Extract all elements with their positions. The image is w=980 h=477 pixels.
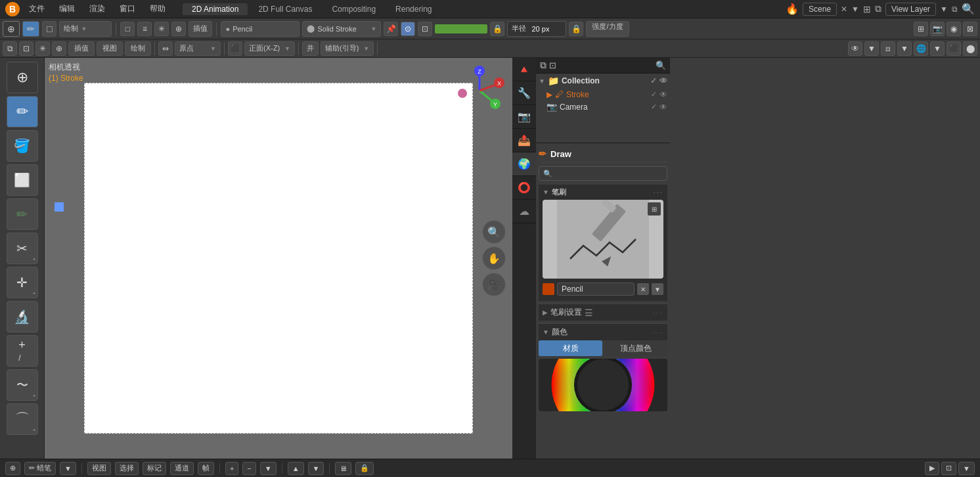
channel-bottom-btn[interactable]: 通道 <box>170 462 194 475</box>
shading-icon[interactable]: 🌐 <box>914 41 928 56</box>
marker-bottom-btn[interactable]: 标记 <box>143 462 166 475</box>
pencil-expand-btn[interactable]: ▼ <box>60 462 76 475</box>
shading-expand-icon[interactable]: ▼ <box>930 41 945 56</box>
stroke-type-dash[interactable]: ≡ <box>137 22 152 36</box>
toggle-btn-2[interactable]: ⊡ <box>418 22 432 36</box>
brush-preview[interactable]: ⊞ <box>543 200 663 279</box>
draw-sub-btn[interactable]: 绘制 <box>125 41 151 56</box>
gizmo-btn[interactable]: ⊕ <box>3 21 20 37</box>
gp-icon-btn[interactable]: ⊕ <box>5 462 20 475</box>
minus-bottom-btn[interactable]: − <box>242 462 256 475</box>
sphere-shading-icon[interactable]: ⬤ <box>963 41 977 56</box>
tool-arc[interactable]: ⌒ + <box>7 403 38 435</box>
stroke-type-cross[interactable]: ⊕ <box>171 22 186 36</box>
menu-file[interactable]: 文件 <box>24 2 50 16</box>
brush-preview-expand[interactable]: ⊞ <box>648 202 661 216</box>
view-layer-selector[interactable]: View Layer <box>885 3 936 16</box>
color-wheel[interactable] <box>539 359 667 411</box>
search-icon[interactable]: 🔍 <box>962 3 975 15</box>
layer-icon[interactable]: ⧉ <box>875 3 881 14</box>
add-bottom-btn[interactable]: + <box>225 462 238 475</box>
brush-name-field[interactable]: Pencil <box>557 283 635 296</box>
grab-btn[interactable]: ✋ <box>482 246 506 270</box>
outliner-search[interactable]: 🔍 <box>656 60 666 70</box>
helper-dropdown[interactable]: 辅助(引导) ▼ <box>321 41 374 56</box>
parallel-btn[interactable]: 并 <box>302 41 319 56</box>
tab-material[interactable]: 材质 <box>539 340 602 356</box>
brush-color-swatch[interactable] <box>543 283 554 295</box>
tool-erase[interactable]: ⬜ <box>7 164 38 196</box>
sub-icon-4[interactable]: ⊕ <box>52 41 66 56</box>
radius-lock-icon[interactable]: 🔒 <box>569 22 583 36</box>
tool-fill[interactable]: 🪣 <box>7 130 38 162</box>
close-scene-icon[interactable]: ✕ <box>841 5 847 14</box>
snap-expand-icon[interactable]: ▼ <box>864 41 879 56</box>
layout-icon[interactable]: ⊞ <box>863 4 871 14</box>
prop-icon-object[interactable]: ⭕ <box>512 176 536 200</box>
sub-icon-2[interactable]: ⊡ <box>19 41 33 56</box>
tab-2d-animation[interactable]: 2D Animation <box>183 3 248 15</box>
menu-edit[interactable]: 编辑 <box>54 2 80 16</box>
prop-icon-scene[interactable]: 🔺 <box>512 58 536 81</box>
view-options-icon[interactable]: ⊞ <box>914 22 928 36</box>
collection-eye-icon[interactable]: 👁 <box>659 76 667 85</box>
prop-icon-render[interactable]: 📤 <box>512 129 536 152</box>
view-bottom-btn[interactable]: 视图 <box>87 462 111 475</box>
playback-btn[interactable]: ▶ <box>925 462 939 475</box>
tab-rendering[interactable]: Rendering <box>386 3 441 15</box>
strength-btn[interactable]: 强度/力度 <box>586 21 629 37</box>
brush-expand-btn[interactable]: ▼ <box>652 283 663 295</box>
canvas-mode-btn[interactable]: □ <box>42 21 56 37</box>
expand-layer-icon[interactable]: ▼ <box>940 5 948 14</box>
origin-icon[interactable]: ⇔ <box>158 41 173 56</box>
strength-lock-icon[interactable]: 🔒 <box>490 22 504 36</box>
zoom-in-btn[interactable]: 🔍 <box>482 220 506 244</box>
tool-tint[interactable]: ✏ <box>7 198 38 230</box>
render-view-icon[interactable]: ◉ <box>947 22 961 36</box>
brush-search-bar[interactable]: 🔍 <box>539 166 667 181</box>
overlay-icon[interactable]: ⧈ <box>881 41 895 56</box>
overlay-expand-icon[interactable]: ▼ <box>897 41 912 56</box>
prop-icon-tool[interactable]: 🔧 <box>512 81 536 105</box>
pencil-mode-btn[interactable]: ✏ 蜡笔 <box>24 462 56 475</box>
draw-mode-btn[interactable]: ✏ <box>22 21 39 37</box>
front-plane-dropdown[interactable]: 正面(X-Z) ▼ <box>244 41 295 56</box>
prop-icon-particles[interactable]: ☁ <box>512 200 536 223</box>
collection-header[interactable]: ▼ 📁 Collection ✓ 👁 <box>536 74 670 88</box>
expand-scene-icon[interactable]: ▼ <box>851 5 859 14</box>
monitor-btn[interactable]: 🖥 <box>335 462 351 475</box>
expand-icon[interactable]: ⊠ <box>963 22 977 36</box>
chevron-down-bottom[interactable]: ▼ <box>260 462 277 475</box>
axis-gizmo[interactable]: Z Y X <box>453 64 506 117</box>
drawing-canvas[interactable] <box>84 83 473 434</box>
frame-bottom-btn[interactable]: 帧 <box>198 462 214 475</box>
interpolate-sub-btn[interactable]: 插值 <box>68 41 95 56</box>
tool-draw[interactable]: ✏ <box>7 96 38 127</box>
view-sub-btn[interactable]: 视图 <box>97 41 123 56</box>
brush-remove-btn[interactable]: ✕ <box>637 283 649 295</box>
copy-layer-icon[interactable]: ⧉ <box>952 5 958 14</box>
tool-cut[interactable]: ✂ + <box>7 233 38 264</box>
tool-move[interactable]: ✛ + <box>7 267 38 298</box>
collection-check[interactable]: ✓ <box>650 76 657 85</box>
radius-value[interactable]: 20 px <box>531 25 549 33</box>
strength-bar[interactable] <box>435 24 487 34</box>
stroke-type-outline[interactable]: □ <box>120 22 135 36</box>
snap-icon[interactable]: 👁 <box>848 41 862 56</box>
filter-bottom-btn[interactable]: ▼ <box>958 462 975 475</box>
camera-eye-icon[interactable]: 👁 <box>659 102 667 112</box>
brush-settings-header[interactable]: ▶ 笔刷设置 ☰ ··· <box>539 304 667 321</box>
mode-dropdown[interactable]: 绘制 ▼ <box>59 21 112 37</box>
menu-help[interactable]: 帮助 <box>145 2 171 16</box>
camera-btn[interactable]: 🎥 <box>482 273 506 296</box>
tool-cursor[interactable]: ⊕ <box>7 62 38 93</box>
tab-vertex[interactable]: 顶点颜色 <box>604 340 667 356</box>
brush-arrow[interactable]: ▼ <box>543 189 549 196</box>
filter-icon[interactable]: ⊡ <box>549 60 556 70</box>
tool-eyedropper[interactable]: 🔬 <box>7 301 38 332</box>
scene-selector[interactable]: Scene <box>803 3 837 16</box>
sub-icon-3[interactable]: ✳ <box>35 41 50 56</box>
prop-icon-active[interactable]: 🌍 <box>512 152 536 176</box>
sub-icon-1[interactable]: ⧉ <box>3 41 17 56</box>
plane-icon[interactable]: ⬛ <box>228 41 242 56</box>
